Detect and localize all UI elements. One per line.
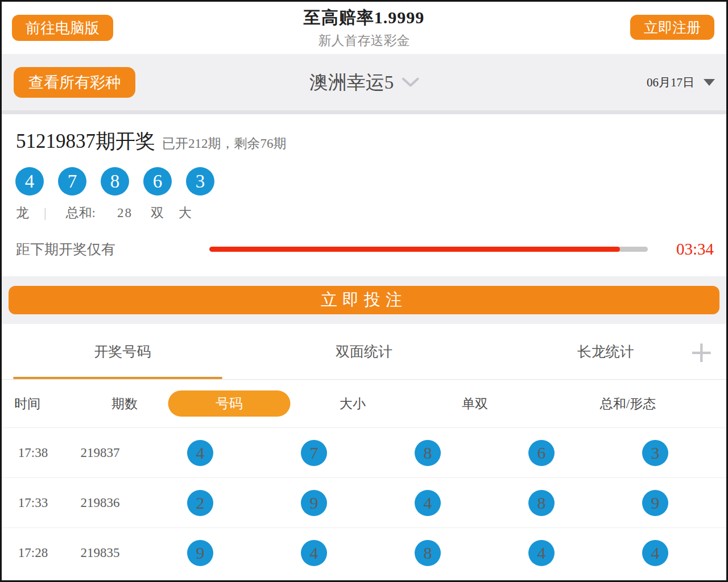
winning-numbers: 4 7 8 6 3 (15, 167, 726, 196)
results-table-header: 时间 期数 号码 大小 单双 总和/形态 (2, 380, 726, 428)
tab-label: 开奖号码 (94, 342, 151, 361)
cta-band: 立即投注 (2, 276, 726, 324)
row-time: 17:28 (18, 546, 48, 560)
table-row: 17:38 219837 4 7 8 6 3 (2, 428, 726, 478)
progress-fill (209, 247, 620, 252)
bet-now-button[interactable]: 立即投注 (9, 286, 719, 314)
column-issue: 期数 (111, 395, 138, 413)
lottery-ball: 4 (528, 540, 555, 566)
triangle-down-icon (704, 79, 715, 86)
countdown-line: 距下期开奖仅有 03:34 (16, 240, 726, 259)
row-issue: 219835 (81, 546, 120, 560)
lottery-ball: 8 (415, 440, 441, 466)
countdown-label: 距下期开奖仅有 (16, 240, 209, 259)
column-sum-form[interactable]: 总和/形态 (600, 395, 656, 413)
issue-status: 已开212期，剩余76期 (162, 135, 287, 152)
lottery-ball: 2 (187, 490, 213, 516)
row-time: 17:33 (18, 496, 48, 510)
table-row: 17:28 219835 9 4 8 4 4 (2, 528, 726, 578)
column-odd-even[interactable]: 单双 (462, 395, 488, 413)
chevron-down-icon (402, 77, 419, 87)
tab-draw-numbers[interactable]: 开奖号码 (2, 324, 243, 379)
tab-label: 长龙统计 (577, 342, 634, 361)
lottery-ball: 4 (301, 540, 327, 566)
table-row: 17:33 219836 2 9 4 8 9 (2, 478, 726, 528)
lottery-ball: 4 (15, 167, 44, 196)
lottery-ball: 4 (415, 490, 441, 516)
dragon-tiger-value: 龙 (16, 204, 29, 222)
tab-label: 双面统计 (336, 342, 392, 361)
lottery-name: 澳洲幸运5 (309, 69, 394, 95)
lottery-ball: 7 (301, 440, 327, 466)
countdown-timer: 03:34 (661, 240, 714, 259)
date-label: 06月17日 (647, 74, 694, 90)
register-button[interactable]: 立即注册 (630, 15, 714, 40)
lottery-ball: 8 (528, 490, 555, 516)
column-number-label: 号码 (216, 394, 243, 413)
column-time: 时间 (14, 395, 40, 413)
page-title: 至高赔率1.9999 (2, 6, 726, 30)
column-number-pill[interactable]: 号码 (168, 390, 291, 417)
lottery-ball: 7 (58, 167, 86, 196)
tabs-bar: 开奖号码 双面统计 长龙统计 + (2, 324, 726, 380)
row-issue: 219836 (81, 496, 120, 510)
current-draw-section: 51219837期开奖 已开212期，剩余76期 4 7 8 6 3 龙 | 总… (2, 114, 726, 276)
active-tab-underline (13, 377, 222, 379)
lottery-ball: 3 (186, 167, 214, 196)
top-header: 前往电脑版 至高赔率1.9999 新人首存送彩金 立即注册 (2, 2, 726, 54)
lottery-ball: 8 (415, 540, 441, 566)
lottery-ball: 9 (301, 490, 327, 516)
lottery-ball: 9 (642, 490, 668, 516)
summary-divider: | (44, 206, 47, 221)
issue-line: 51219837期开奖 已开212期，剩余76期 (16, 128, 726, 155)
header-title-block: 至高赔率1.9999 新人首存送彩金 (2, 6, 726, 49)
title-prefix: 至高赔率 (304, 8, 374, 27)
issue-title: 51219837期开奖 (16, 128, 155, 155)
title-rate: 1.9999 (374, 8, 425, 27)
lottery-selector[interactable]: 澳洲幸运5 (309, 69, 419, 95)
date-selector[interactable]: 06月17日 (647, 74, 715, 90)
lottery-ball: 4 (642, 540, 668, 566)
lottery-ball: 4 (187, 440, 213, 466)
page-subtitle: 新人首存送彩金 (2, 32, 726, 49)
row-issue: 219837 (81, 446, 120, 460)
lottery-ball: 9 (187, 540, 213, 566)
tab-two-sided-stats[interactable]: 双面统计 (243, 324, 485, 379)
view-all-lotteries-button[interactable]: 查看所有彩种 (14, 67, 135, 98)
countdown-progress-track (209, 247, 648, 252)
lottery-page: 前往电脑版 至高赔率1.9999 新人首存送彩金 立即注册 查看所有彩种 澳洲幸… (0, 0, 728, 582)
lottery-ball: 6 (143, 167, 172, 196)
lottery-ball: 8 (101, 167, 129, 196)
lottery-bar: 查看所有彩种 澳洲幸运5 06月17日 (2, 54, 726, 114)
results-table-body: 17:38 219837 4 7 8 6 3 17:33 219836 2 9 … (2, 428, 726, 578)
plus-icon[interactable]: + (689, 337, 714, 367)
column-size[interactable]: 大小 (340, 395, 366, 413)
sum-label: 总和: (66, 204, 96, 222)
sum-value: 28 (117, 206, 133, 221)
lottery-ball: 3 (642, 440, 668, 466)
draw-summary: 龙 | 总和: 28 双 大 (16, 204, 726, 222)
row-time: 17:38 (18, 446, 48, 460)
odd-even-value: 双 (151, 204, 164, 222)
lottery-ball: 6 (528, 440, 555, 466)
big-small-value: 大 (179, 204, 192, 222)
